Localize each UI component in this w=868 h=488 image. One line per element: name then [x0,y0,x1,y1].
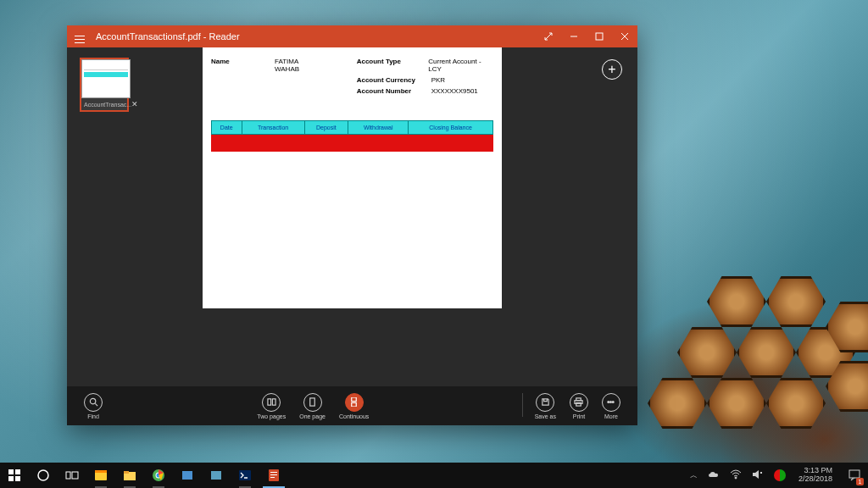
thumbnail-panel: AccountTransac... ✕ [80,58,129,112]
tray-wifi-icon[interactable] [727,469,744,481]
fullscreen-button[interactable] [536,25,561,47]
search-icon [84,393,103,412]
add-document-button[interactable]: + [602,59,622,80]
svg-rect-18 [66,472,70,479]
svg-point-12 [613,402,615,403]
pdf-page[interactable]: Name FATIMA WAHAB Account Type Current A… [203,47,502,308]
account-type-label: Account Type [357,58,422,73]
action-center-button[interactable]: 1 [843,463,866,488]
document-area: AccountTransac... ✕ + Name FATIMA WAHAB [67,47,637,386]
svg-rect-4 [310,398,315,406]
continuous-icon [345,393,364,412]
account-type-value: Current Account - LCY [428,58,493,73]
svg-point-11 [610,402,612,403]
col-deposit: Deposit [304,121,348,135]
name-value: FATIMA WAHAB [275,58,323,73]
taskbar-clock[interactable]: 3:13 PM 2/28/2018 [793,467,837,484]
svg-rect-15 [8,476,14,481]
svg-rect-6 [352,402,357,407]
maximize-button[interactable] [587,25,612,47]
svg-point-17 [38,470,48,480]
tray-status-icon[interactable] [771,469,788,481]
svg-rect-16 [15,476,20,481]
svg-rect-27 [182,471,192,480]
taskbar-app1[interactable] [173,463,202,488]
svg-rect-21 [95,470,107,473]
svg-point-34 [735,477,737,479]
page-thumbnail[interactable] [81,59,131,98]
notification-badge: 1 [856,478,864,485]
two-pages-icon [262,393,281,412]
find-button[interactable]: Find [77,393,109,419]
svg-rect-33 [270,477,275,478]
bottom-toolbar: Find Two pages One page Continuous [67,386,637,425]
minimize-button[interactable] [561,25,587,47]
svg-rect-35 [849,470,860,478]
svg-rect-28 [211,471,221,480]
taskbar-explorer[interactable] [115,463,144,488]
reader-app-window: AccountTransactionsf.pdf - Reader [67,25,637,425]
menu-button[interactable] [67,31,92,42]
tray-volume-icon[interactable] [749,469,766,481]
save-as-button[interactable]: Save as [528,393,563,419]
svg-rect-32 [270,474,277,475]
print-icon [570,393,588,412]
svg-rect-13 [8,469,14,474]
svg-rect-29 [239,470,251,480]
task-view-button[interactable] [58,463,86,488]
close-button[interactable] [612,25,637,47]
taskbar-app2[interactable] [202,463,231,488]
two-pages-button[interactable]: Two pages [250,393,292,419]
clock-date: 2/28/2018 [798,475,832,484]
more-icon [602,393,620,412]
svg-rect-5 [352,397,357,402]
thumbnail-close-icon[interactable]: ✕ [131,100,138,108]
svg-rect-9 [576,402,581,406]
svg-point-10 [608,402,609,403]
svg-rect-14 [15,469,20,474]
col-withdrawal: Withdrawal [348,121,409,135]
desktop-wallpaper: AccountTransactionsf.pdf - Reader [0,0,868,488]
taskbar-powershell[interactable] [231,463,259,488]
account-currency-value: PKR [431,76,445,84]
print-button[interactable]: Print [563,393,595,419]
name-label: Name [211,58,268,73]
svg-rect-0 [596,33,603,40]
tray-chevron-icon[interactable]: ︿ [687,470,700,481]
start-button[interactable] [0,463,29,488]
thumbnail-label: AccountTransac... [84,102,131,108]
account-number-value: XXXXXXX9501 [431,87,478,95]
taskbar-chrome[interactable] [144,463,173,488]
cortana-button[interactable] [29,463,58,488]
account-currency-label: Account Currency [357,76,425,84]
window-title: AccountTransactionsf.pdf - Reader [92,31,536,42]
svg-rect-2 [268,399,271,405]
svg-rect-23 [124,471,129,474]
col-closing-balance: Closing Balance [409,121,493,135]
one-page-button[interactable]: One page [292,393,332,419]
svg-point-1 [90,398,95,403]
col-date: Date [212,121,242,135]
svg-rect-3 [272,399,275,405]
titlebar[interactable]: AccountTransactionsf.pdf - Reader [67,25,637,47]
transactions-table: Date Transaction Deposit Withdrawal Clos… [211,120,493,135]
continuous-button[interactable]: Continuous [332,393,376,419]
tray-onedrive-icon[interactable] [705,470,722,480]
more-button[interactable]: More [595,393,627,419]
account-number-label: Account Number [357,87,425,95]
redacted-bar [211,135,493,152]
taskbar-browser[interactable] [86,463,115,488]
one-page-icon [303,393,322,412]
taskbar-reader[interactable] [259,463,288,488]
svg-rect-19 [72,472,78,479]
taskbar: ︿ 3:13 PM 2/28/2018 1 [0,463,868,488]
save-icon [536,393,554,412]
col-transaction: Transaction [242,121,304,135]
svg-rect-31 [270,472,277,473]
